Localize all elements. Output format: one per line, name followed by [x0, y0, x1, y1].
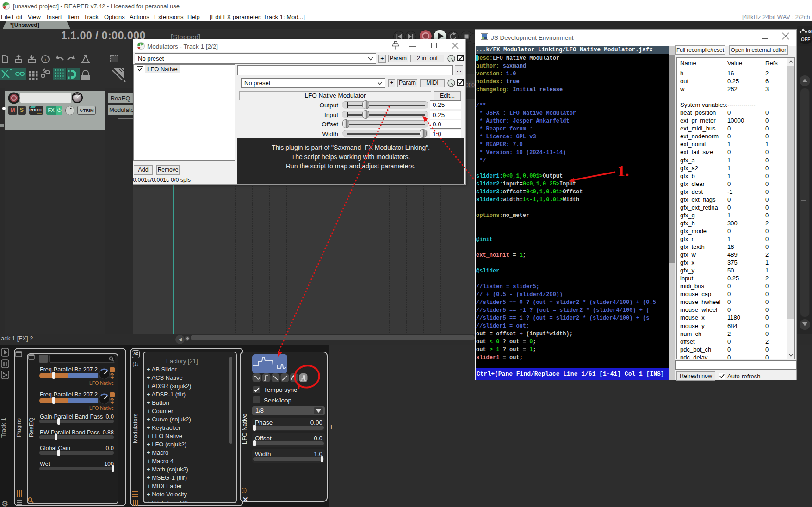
svg-text:GL: GL — [808, 29, 812, 34]
svg-text:i: i — [44, 56, 46, 62]
